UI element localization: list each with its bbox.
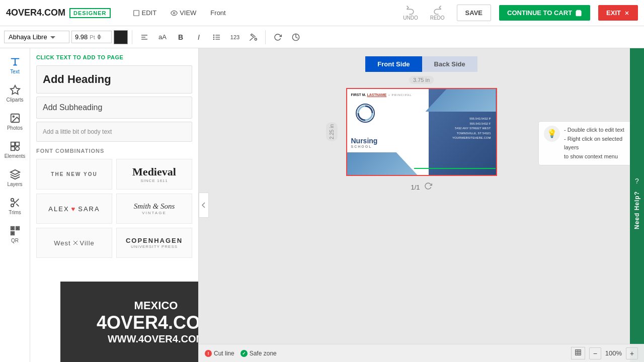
text-size-button[interactable]: aA — [154, 29, 171, 45]
add-subheading-button[interactable]: Add Subheading — [36, 97, 192, 119]
font-combo-1[interactable]: THE NEW YOU — [36, 159, 112, 190]
safe-zone-badge: ✓ Safe zone — [240, 350, 277, 357]
sidebar-item-trims[interactable]: Trims — [0, 193, 30, 219]
safe-dot: ✓ — [240, 350, 248, 357]
toggle-panel-button[interactable] — [199, 193, 209, 218]
sidebar-item-elements[interactable]: Elements — [0, 137, 30, 163]
bc-first-name: FIRST M. LASTNAME — [351, 93, 387, 97]
font-selector[interactable]: Abhaya Libre — [4, 31, 69, 43]
redo-button[interactable]: REDO — [426, 3, 449, 23]
main-layout: Text Cliparts Photos Elements Layers Tri… — [0, 48, 644, 362]
svg-rect-33 — [17, 228, 18, 229]
svg-marker-23 — [10, 170, 19, 174]
zoom-controls: − 100% + — [571, 347, 638, 359]
sidebar-item-layers[interactable]: Layers — [0, 165, 30, 191]
svg-rect-20 — [15, 142, 19, 146]
need-help-label[interactable]: Need Help? — [633, 187, 640, 233]
background-button[interactable] — [288, 29, 304, 45]
bottom-bar: ! Cut line ✓ Safe zone − 100% + — [199, 344, 644, 362]
bc-title: PRINCIPAL — [391, 94, 412, 97]
special-chars-button[interactable]: 123 — [227, 29, 243, 45]
font-size-input[interactable]: 9.98 Pt — [71, 31, 112, 43]
exit-button[interactable]: EXIT — [598, 5, 638, 21]
svg-line-27 — [16, 204, 19, 206]
tooltip-icon: 💡 — [544, 126, 560, 142]
canvas-area: Front Side Back Side 3.75 in 2.25 in FIR… — [199, 48, 644, 362]
zoom-out-button[interactable]: − — [589, 347, 601, 359]
zoom-level: 100% — [605, 349, 622, 357]
width-ruler: 3.75 in — [409, 76, 434, 84]
need-help-icon: ? — [635, 177, 639, 185]
cut-dot: ! — [205, 350, 212, 357]
font-combos-grid: THE NEW YOU Medieval SINCE 1611 ALEX ♥ S… — [36, 159, 192, 258]
height-ruler: 2.25 in — [326, 122, 338, 141]
edit-button[interactable]: EDIT — [127, 6, 163, 20]
bc-school-name: Nursing SCHOOL — [351, 137, 378, 149]
watermark-overlay: MEXICO 4OVER4.COM WWW.4OVER4.COM — [60, 282, 199, 362]
cut-line-badge: ! Cut line — [205, 350, 234, 357]
svg-marker-16 — [10, 85, 19, 94]
font-combo-4[interactable]: Smith & Sons VINTAGE — [116, 194, 192, 224]
bc-logo — [355, 103, 375, 123]
zoom-in-button[interactable]: + — [626, 347, 638, 359]
svg-point-14 — [255, 38, 257, 40]
font-combo-6[interactable]: COPENHAGEN UNIVERSITY PRESS — [116, 228, 192, 258]
align-left-button[interactable] — [136, 29, 152, 45]
font-combo-3[interactable]: ALEX ♥ SARA — [36, 194, 112, 224]
panel-heading: CLICK TEXT TO ADD TO PAGE — [36, 54, 192, 60]
svg-point-12 — [213, 37, 214, 37]
header-nav: EDIT VIEW Front — [127, 6, 232, 20]
bc-contact: 555.543.5432 P 555.543.5432 F 5432 ANY S… — [452, 117, 491, 141]
header: 4OVER4.COM DESIGNER EDIT VIEW Front UNDO… — [0, 0, 644, 26]
font-combos-title: FONT COMBINATIONS — [36, 148, 192, 154]
svg-point-11 — [213, 35, 214, 35]
page-controls: 1/1 — [411, 182, 432, 192]
sidebar-item-photos[interactable]: Photos — [0, 109, 30, 135]
side-tabs: Front Side Back Side — [365, 56, 477, 72]
paint-bucket-button[interactable] — [245, 29, 261, 45]
designer-badge: DESIGNER — [69, 8, 110, 18]
font-combo-5[interactable]: West Ville — [36, 228, 112, 258]
add-heading-button[interactable]: Add Heading — [36, 65, 192, 94]
undo-redo-area: UNDO REDO — [399, 3, 448, 23]
back-side-tab[interactable]: Back Side — [422, 56, 477, 72]
fit-button[interactable] — [571, 347, 585, 359]
business-card[interactable]: FIRST M. LASTNAME • PRINCIPAL — [346, 88, 497, 176]
color-picker[interactable] — [114, 30, 128, 44]
bc-green-accent — [414, 168, 496, 169]
right-sidebar: ? Need Help? — [630, 48, 644, 362]
list-button[interactable] — [209, 29, 225, 45]
refresh-canvas-button[interactable] — [270, 29, 286, 45]
cart-button[interactable]: CONTINUE TO CART — [499, 5, 590, 21]
font-combo-2[interactable]: Medieval SINCE 1611 — [116, 159, 192, 190]
sidebar-item-qr[interactable]: QR — [0, 221, 30, 247]
bold-button[interactable]: B — [173, 29, 189, 45]
svg-rect-38 — [576, 350, 581, 355]
italic-button[interactable]: I — [191, 29, 207, 45]
refresh-button[interactable] — [424, 182, 432, 192]
logo-area: 4OVER4.COM DESIGNER — [6, 8, 111, 18]
canvas-content: Front Side Back Side 3.75 in 2.25 in FIR… — [199, 48, 644, 362]
svg-point-18 — [13, 116, 14, 117]
front-side-tab[interactable]: Front Side — [365, 56, 422, 72]
sidebar-item-text[interactable]: Text — [0, 52, 30, 78]
save-button[interactable]: SAVE — [457, 5, 491, 21]
tooltip-text: - Double click to edit text - Right clic… — [564, 126, 633, 161]
undo-button[interactable]: UNDO — [399, 3, 422, 23]
svg-point-22 — [15, 147, 19, 150]
view-button[interactable]: VIEW — [165, 6, 202, 20]
svg-rect-19 — [11, 142, 14, 146]
logo-text: 4OVER4.COM — [6, 8, 65, 18]
add-body-button[interactable]: Add a little bit of body text — [36, 122, 192, 142]
left-panel: CLICK TEXT TO ADD TO PAGE Add Heading Ad… — [30, 48, 199, 362]
svg-rect-34 — [12, 233, 13, 234]
tooltip-box: 💡 - Double click to edit text - Right cl… — [538, 121, 639, 165]
svg-rect-21 — [11, 147, 14, 150]
svg-point-13 — [213, 39, 214, 39]
bc-name-area: FIRST M. LASTNAME • PRINCIPAL — [351, 93, 412, 97]
svg-point-1 — [173, 12, 175, 14]
front-label: Front — [204, 6, 231, 20]
svg-line-28 — [13, 201, 15, 203]
sidebar-item-cliparts[interactable]: Cliparts — [0, 80, 30, 107]
svg-rect-32 — [12, 228, 13, 229]
